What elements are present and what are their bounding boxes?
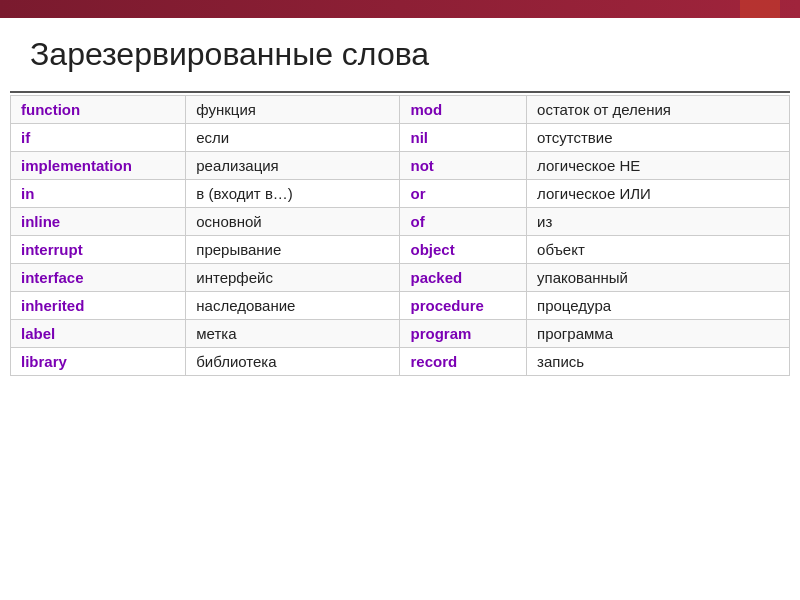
- top-bar: [0, 0, 800, 18]
- translation-col2: логическое НЕ: [527, 152, 790, 180]
- table-row: inlineосновнойofиз: [11, 208, 790, 236]
- table-row: labelметкаprogramпрограмма: [11, 320, 790, 348]
- translation-col2: запись: [527, 348, 790, 376]
- keyword-col1: label: [11, 320, 186, 348]
- keyword-col2: program: [400, 320, 527, 348]
- keyword-col2: nil: [400, 124, 527, 152]
- keyword-col1: interrupt: [11, 236, 186, 264]
- table-row: libraryбиблиотекаrecordзапись: [11, 348, 790, 376]
- keyword-col2: not: [400, 152, 527, 180]
- keywords-table: functionфункцияmodостаток от деленияifес…: [10, 95, 790, 376]
- translation-col1: если: [186, 124, 400, 152]
- keyword-col1: inline: [11, 208, 186, 236]
- translation-col2: объект: [527, 236, 790, 264]
- keyword-col1: implementation: [11, 152, 186, 180]
- table-row: ifеслиnilотсутствие: [11, 124, 790, 152]
- translation-col1: в (входит в…): [186, 180, 400, 208]
- table-wrapper: functionфункцияmodостаток от деленияifес…: [0, 95, 800, 376]
- translation-col2: программа: [527, 320, 790, 348]
- keyword-col2: record: [400, 348, 527, 376]
- table-row: inв (входит в…)orлогическое ИЛИ: [11, 180, 790, 208]
- keyword-col2: mod: [400, 96, 527, 124]
- translation-col1: библиотека: [186, 348, 400, 376]
- keyword-col2: procedure: [400, 292, 527, 320]
- translation-col1: интерфейс: [186, 264, 400, 292]
- translation-col2: логическое ИЛИ: [527, 180, 790, 208]
- table-row: implementationреализацияnotлогическое НЕ: [11, 152, 790, 180]
- translation-col2: процедура: [527, 292, 790, 320]
- keyword-col1: library: [11, 348, 186, 376]
- page-header: Зарезервированные слова: [0, 18, 800, 91]
- page-title: Зарезервированные слова: [30, 36, 770, 73]
- keyword-col1: inherited: [11, 292, 186, 320]
- keyword-col1: in: [11, 180, 186, 208]
- table-row: interfaceинтерфейсpackedупакованный: [11, 264, 790, 292]
- header-divider: [10, 91, 790, 93]
- translation-col2: отсутствие: [527, 124, 790, 152]
- translation-col2: упакованный: [527, 264, 790, 292]
- table-row: functionфункцияmodостаток от деления: [11, 96, 790, 124]
- translation-col1: наследование: [186, 292, 400, 320]
- table-row: inheritedнаследованиеprocedureпроцедура: [11, 292, 790, 320]
- keyword-col2: packed: [400, 264, 527, 292]
- keyword-col1: if: [11, 124, 186, 152]
- translation-col1: прерывание: [186, 236, 400, 264]
- keyword-col2: or: [400, 180, 527, 208]
- translation-col1: метка: [186, 320, 400, 348]
- translation-col2: остаток от деления: [527, 96, 790, 124]
- translation-col1: реализация: [186, 152, 400, 180]
- table-row: interruptпрерываниеobjectобъект: [11, 236, 790, 264]
- translation-col2: из: [527, 208, 790, 236]
- translation-col1: функция: [186, 96, 400, 124]
- translation-col1: основной: [186, 208, 400, 236]
- top-bar-accent: [740, 0, 780, 18]
- keyword-col2: object: [400, 236, 527, 264]
- keyword-col1: function: [11, 96, 186, 124]
- keyword-col1: interface: [11, 264, 186, 292]
- keyword-col2: of: [400, 208, 527, 236]
